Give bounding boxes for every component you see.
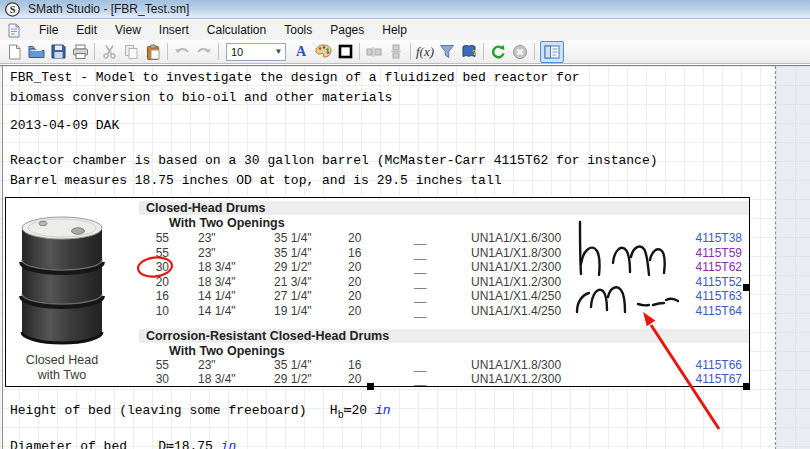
background-color-button[interactable] <box>312 41 334 62</box>
side-panel-toggle-button[interactable] <box>540 41 564 63</box>
worksheet-canvas[interactable]: FBR_Test - Model to investigate the desi… <box>0 65 810 449</box>
font-size-value: 10 <box>227 46 272 58</box>
border-button[interactable] <box>334 41 356 62</box>
new-page-icon <box>7 44 22 60</box>
math-region-bed-diameter[interactable]: Diameter of bed D≔18.75 in <box>10 438 236 449</box>
align-horizontal-button[interactable] <box>363 41 385 62</box>
math-variable: D <box>158 439 166 449</box>
stop-button[interactable] <box>509 41 531 62</box>
new-button[interactable] <box>3 41 25 62</box>
recalculate-button[interactable] <box>487 41 509 62</box>
document-icon[interactable] <box>7 23 21 38</box>
cell-gauge: 16 <box>348 246 361 260</box>
toolbar-separator <box>94 43 95 60</box>
filter-button[interactable] <box>436 41 458 62</box>
open-folder-icon <box>28 44 45 59</box>
redo-button[interactable] <box>193 41 215 62</box>
table-row: 3018 3/4"29 1/2"20__UN1A1/X1.2/3004115T6… <box>6 260 751 274</box>
text-region-reactor[interactable]: Reactor chamber is based on a 30 gallon … <box>10 151 658 191</box>
palette-icon <box>315 44 332 59</box>
cell-part-number: 4115T66 <box>682 358 742 372</box>
text-region-intro[interactable]: FBR_Test - Model to investigate the desi… <box>10 68 580 108</box>
definition-operator: ≔ <box>344 402 352 417</box>
font-size-combobox[interactable]: 10 ▼ <box>226 43 286 61</box>
save-button[interactable] <box>47 41 69 62</box>
resize-handle-bottom[interactable] <box>367 383 374 390</box>
table-row: 5523"35 1/4"16__UN1A1/X1.8/3004115T59 <box>6 246 751 260</box>
align-vertical-icon <box>390 44 402 59</box>
cell-un-rating: UN1A1/X1.4/250 <box>471 289 561 303</box>
cell-part-number: 4115T62 <box>682 260 742 274</box>
svg-text:?: ? <box>472 48 477 57</box>
cell-diameter: 23" <box>198 358 216 372</box>
paste-button[interactable] <box>142 41 164 62</box>
fx-icon: f(x) <box>416 44 434 60</box>
cell-part-number: 4115T67 <box>682 372 742 386</box>
svg-text:S: S <box>10 4 16 15</box>
cell-un-rating: UN1A1/X1.2/300 <box>471 275 561 289</box>
menu-tools[interactable]: Tools <box>275 21 321 39</box>
reactor-line-1: Reactor chamber is based on a 30 gallon … <box>10 153 658 168</box>
toolbar: 10 ▼ A f(x) ? <box>0 40 810 64</box>
menu-calculation[interactable]: Calculation <box>198 21 275 39</box>
copy-button[interactable] <box>120 41 142 62</box>
menu-bar: File Edit View Insert Calculation Tools … <box>0 20 810 40</box>
cell-height: 35 1/4" <box>274 231 312 245</box>
text-region-date[interactable]: 2013-04-09 DAK <box>10 116 119 136</box>
align-vertical-button[interactable] <box>385 41 407 62</box>
date-line: 2013-04-09 DAK <box>10 118 119 133</box>
cell-dash: __ <box>414 246 425 260</box>
math-unit: in <box>221 439 237 449</box>
table-row: 1614 1/4"27 1/4"20__UN1A1/X1.4/2504115T6… <box>6 289 751 303</box>
table-row: 1014 1/4"19 1/4"20__UN1A1/X1.4/2504115T6… <box>6 304 751 318</box>
cell-gauge: 20 <box>348 231 361 245</box>
table-row: 5523"35 1/4"16__UN1A1/X1.8/3004115T66 <box>6 358 751 372</box>
cell-dash: __ <box>414 260 425 274</box>
cut-button[interactable] <box>98 41 120 62</box>
font-color-button[interactable]: A <box>290 41 312 62</box>
cell-gauge: 16 <box>348 358 361 372</box>
toolbar-separator <box>218 43 219 60</box>
book-question-icon: ? <box>461 44 477 59</box>
menu-edit[interactable]: Edit <box>67 21 106 39</box>
cell-un-rating: UN1A1/X1.6/300 <box>471 231 561 245</box>
menu-help[interactable]: Help <box>373 21 416 39</box>
function-button[interactable]: f(x) <box>414 41 436 62</box>
catalog-image-region[interactable]: Closed Head with Two Closed-Head Drums W… <box>5 197 750 387</box>
cell-height: 19 1/4" <box>274 304 312 318</box>
cell-dash: __ <box>414 275 425 289</box>
undo-icon <box>174 45 190 59</box>
cell-height: 35 1/4" <box>274 246 312 260</box>
cell-dash: __ <box>414 372 425 386</box>
cell-gauge: 20 <box>348 304 361 318</box>
cell-diameter: 14 1/4" <box>198 304 236 318</box>
undo-button[interactable] <box>171 41 193 62</box>
menu-insert[interactable]: Insert <box>150 21 198 39</box>
menu-pages[interactable]: Pages <box>321 21 373 39</box>
math-value: 18.75 <box>174 439 213 449</box>
resize-handle-right[interactable] <box>743 284 750 291</box>
table-row: 3018 3/4"29 1/2"20__UN1A1/X1.2/3004115T6… <box>6 372 751 386</box>
menu-file[interactable]: File <box>30 21 67 39</box>
math-unit: in <box>375 403 391 418</box>
math-region-bed-height[interactable]: Height of bed (leaving some freeboard) H… <box>10 402 391 421</box>
cell-height: 29 1/2" <box>274 260 312 274</box>
open-button[interactable] <box>25 41 47 62</box>
resize-handle-corner[interactable] <box>743 383 750 390</box>
chevron-down-icon[interactable]: ▼ <box>272 44 285 60</box>
panel-icon <box>544 45 560 59</box>
reference-book-button[interactable]: ? <box>458 41 480 62</box>
scissors-icon <box>102 44 117 59</box>
table-row: 5523"35 1/4"20__UN1A1/X1.6/3004115T38 <box>6 231 751 245</box>
title-bar[interactable]: S SMath Studio - [FBR_Test.sm] <box>0 0 810 19</box>
menu-view[interactable]: View <box>106 21 150 39</box>
refresh-icon <box>490 44 507 60</box>
toolbar-separator <box>534 43 535 60</box>
print-button[interactable] <box>69 41 91 62</box>
cell-gallons: 30 <box>139 260 169 274</box>
cell-diameter: 18 3/4" <box>198 260 236 274</box>
intro-line-1: FBR_Test - Model to investigate the desi… <box>10 70 580 85</box>
intro-line-2: biomass conversion to bio-oil and other … <box>10 90 392 105</box>
save-floppy-icon <box>51 44 66 59</box>
cell-dash: __ <box>414 358 425 372</box>
